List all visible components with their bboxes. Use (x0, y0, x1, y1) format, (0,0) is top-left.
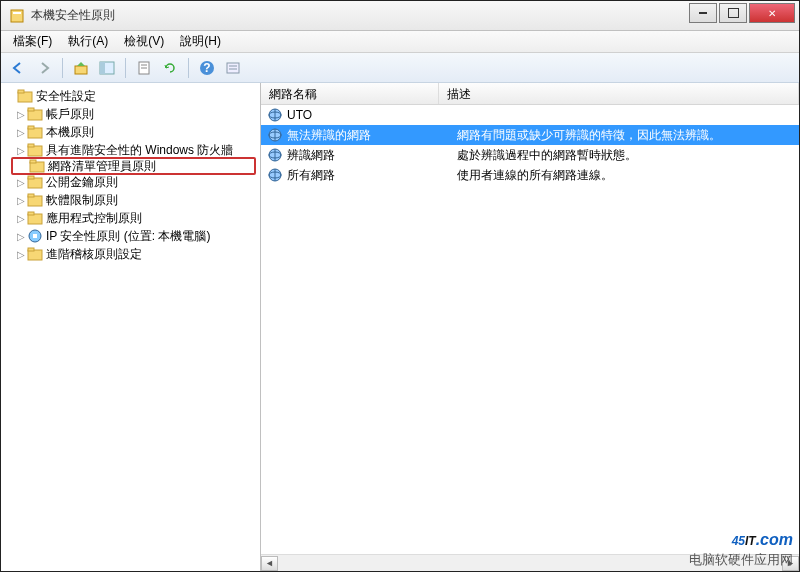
close-button[interactable] (749, 3, 795, 23)
tree-item-label: 應用程式控制原則 (46, 210, 142, 227)
main-area: 安全性設定 ▷帳戶原則▷本機原則▷具有進階安全性的 Windows 防火牆網路清… (1, 83, 799, 571)
tree-pane[interactable]: 安全性設定 ▷帳戶原則▷本機原則▷具有進階安全性的 Windows 防火牆網路清… (1, 83, 261, 571)
expander-icon[interactable]: ▷ (15, 145, 27, 156)
svg-rect-30 (33, 234, 37, 238)
network-icon (267, 127, 283, 143)
tree-item-label: 帳戶原則 (46, 106, 94, 123)
tree-item[interactable]: ▷帳戶原則 (1, 105, 260, 123)
titlebar: 本機安全性原則 (1, 1, 799, 31)
svg-rect-24 (28, 176, 34, 179)
toolbar-separator (125, 58, 126, 78)
tree-item[interactable]: ▷軟體限制原則 (1, 191, 260, 209)
expander-icon[interactable]: ▷ (15, 109, 27, 120)
tree-item[interactable]: ▷具有進階安全性的 Windows 防火牆 (1, 141, 260, 159)
list-row[interactable]: 無法辨識的網路網路有問題或缺少可辨識的特徵，因此無法辨識。 (261, 125, 799, 145)
menu-action[interactable]: 執行(A) (60, 31, 116, 52)
tree-item-label: 網路清單管理員原則 (48, 158, 156, 175)
security-settings-icon (17, 88, 33, 104)
tree-item[interactable]: ▷公開金鑰原則 (1, 173, 260, 191)
minimize-button[interactable] (689, 3, 717, 23)
svg-rect-0 (11, 10, 23, 22)
expander-icon[interactable]: ▷ (15, 231, 27, 242)
toolbar-separator (188, 58, 189, 78)
cell-desc: 網路有問題或缺少可辨識的特徵，因此無法辨識。 (457, 127, 799, 144)
tree-root-label: 安全性設定 (36, 88, 96, 105)
expander-icon[interactable]: ▷ (15, 127, 27, 138)
list-row[interactable]: UTO (261, 105, 799, 125)
list-row[interactable]: 辨識網路處於辨識過程中的網路暫時狀態。 (261, 145, 799, 165)
folder-icon (29, 158, 45, 174)
tree-item[interactable]: ▷IP 安全性原則 (位置: 本機電腦) (1, 227, 260, 245)
cell-name: UTO (287, 108, 457, 122)
cell-name: 辨識網路 (287, 147, 457, 164)
svg-rect-26 (28, 194, 34, 197)
tree-item-label: 公開金鑰原則 (46, 174, 118, 191)
refresh-button[interactable] (159, 57, 181, 79)
svg-rect-20 (28, 144, 34, 147)
list-row[interactable]: 所有網路使用者連線的所有網路連線。 (261, 165, 799, 185)
window-title: 本機安全性原則 (31, 7, 791, 24)
svg-rect-4 (100, 62, 105, 74)
network-icon (267, 147, 283, 163)
folder-icon (27, 210, 43, 226)
export-button[interactable] (133, 57, 155, 79)
svg-text:?: ? (203, 61, 210, 75)
tree-item-label: 本機原則 (46, 124, 94, 141)
toolbar: ? (1, 53, 799, 83)
tree-item[interactable]: ▷應用程式控制原則 (1, 209, 260, 227)
ipsec-icon (27, 228, 43, 244)
cell-desc: 使用者連線的所有網路連線。 (457, 167, 799, 184)
tree-item-label: IP 安全性原則 (位置: 本機電腦) (46, 228, 210, 245)
svg-rect-22 (30, 160, 36, 163)
properties-button[interactable] (222, 57, 244, 79)
expander-icon[interactable]: ▷ (15, 177, 27, 188)
menubar: 檔案(F) 執行(A) 檢視(V) 說明(H) (1, 31, 799, 53)
expander-icon[interactable]: ▷ (15, 213, 27, 224)
column-header-desc[interactable]: 描述 (439, 83, 799, 104)
svg-rect-14 (18, 90, 24, 93)
list-pane: 網路名稱 描述 UTO無法辨識的網路網路有問題或缺少可辨識的特徵，因此無法辨識。… (261, 83, 799, 571)
back-button[interactable] (7, 57, 29, 79)
tree-item-label: 進階稽核原則設定 (46, 246, 142, 263)
menu-help[interactable]: 說明(H) (172, 31, 229, 52)
svg-rect-32 (28, 248, 34, 251)
scroll-right-arrow[interactable]: ► (782, 556, 799, 571)
app-icon (9, 8, 25, 24)
network-icon (267, 167, 283, 183)
folder-icon (27, 142, 43, 158)
svg-rect-2 (75, 66, 87, 74)
folder-icon (27, 174, 43, 190)
cell-name: 無法辨識的網路 (287, 127, 457, 144)
tree-item[interactable]: ▷本機原則 (1, 123, 260, 141)
show-hide-tree-button[interactable] (96, 57, 118, 79)
cell-name: 所有網路 (287, 167, 457, 184)
menu-file[interactable]: 檔案(F) (5, 31, 60, 52)
svg-rect-28 (28, 212, 34, 215)
tree-item[interactable]: ▷進階稽核原則設定 (1, 245, 260, 263)
up-button[interactable] (70, 57, 92, 79)
toolbar-separator (62, 58, 63, 78)
tree-item-label: 具有進階安全性的 Windows 防火牆 (46, 142, 233, 159)
menu-view[interactable]: 檢視(V) (116, 31, 172, 52)
cell-desc: 處於辨識過程中的網路暫時狀態。 (457, 147, 799, 164)
scroll-left-arrow[interactable]: ◄ (261, 556, 278, 571)
svg-rect-16 (28, 108, 34, 111)
folder-icon (27, 192, 43, 208)
folder-icon (27, 124, 43, 140)
expander-icon[interactable]: ▷ (15, 249, 27, 260)
forward-button[interactable] (33, 57, 55, 79)
help-button[interactable]: ? (196, 57, 218, 79)
maximize-button[interactable] (719, 3, 747, 23)
tree-root-item[interactable]: 安全性設定 (1, 87, 260, 105)
list-header: 網路名稱 描述 (261, 83, 799, 105)
svg-rect-1 (13, 12, 21, 14)
tree-item-label: 軟體限制原則 (46, 192, 118, 209)
expander-icon[interactable]: ▷ (15, 195, 27, 206)
svg-rect-10 (227, 63, 239, 73)
list-rows[interactable]: UTO無法辨識的網路網路有問題或缺少可辨識的特徵，因此無法辨識。辨識網路處於辨識… (261, 105, 799, 554)
horizontal-scrollbar[interactable]: ◄ ► (261, 554, 799, 571)
folder-icon (27, 246, 43, 262)
window-controls (689, 3, 795, 23)
folder-icon (27, 106, 43, 122)
column-header-name[interactable]: 網路名稱 (261, 83, 439, 104)
